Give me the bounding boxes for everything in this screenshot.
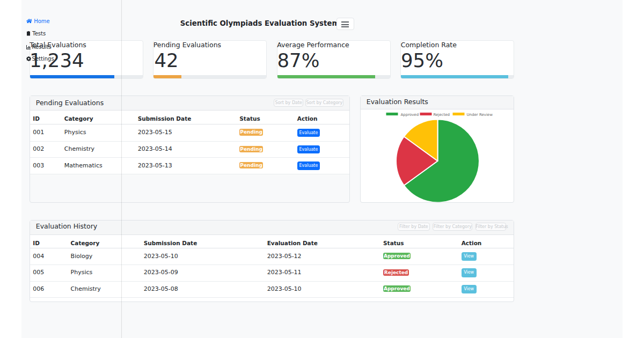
svg-text:Rejected: Rejected — [433, 113, 449, 117]
svg-text:Approved: Approved — [400, 113, 419, 117]
svg-text:Under Review: Under Review — [466, 113, 493, 117]
